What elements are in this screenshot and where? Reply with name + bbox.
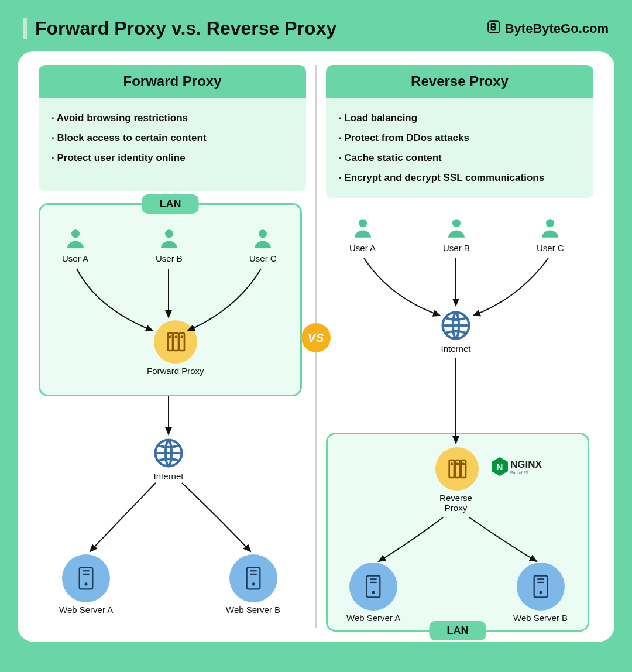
reverse-bullets: · Load balancing · Protect from DDos att… <box>326 98 593 198</box>
brand-icon <box>486 19 502 38</box>
bullet: · Block access to certain content <box>51 128 293 148</box>
server-icon <box>62 554 110 602</box>
svg-point-27 <box>456 464 458 465</box>
proxy-icon <box>435 447 479 491</box>
brand: ByteByteGo.com <box>486 19 609 38</box>
svg-point-7 <box>170 337 171 338</box>
reverse-diagram: User A User B User C Internet LAN <box>326 210 593 628</box>
brand-text: ByteByteGo.com <box>505 21 609 36</box>
bullet: · Load balancing <box>339 108 581 128</box>
proxy-icon <box>154 320 197 364</box>
header: Forward Proxy v.s. Reverse Proxy ByteByt… <box>18 18 614 39</box>
user-icon <box>63 227 88 251</box>
svg-point-18 <box>252 584 254 585</box>
lan-label: LAN <box>430 621 486 640</box>
user-icon <box>538 216 562 241</box>
reverse-proxy-node: Reverse Proxy <box>434 447 479 513</box>
user-b: User B <box>156 227 183 263</box>
bullet: · Avoid browsing restrictions <box>51 108 293 128</box>
bullet: · Cache static content <box>339 148 581 168</box>
nginx-sub: Part of F5 <box>510 471 542 475</box>
internet-node: Internet <box>440 310 472 354</box>
bullet: · Protect user identity online <box>51 148 293 168</box>
nginx-text: NGINX <box>510 459 542 470</box>
bullet: · Encrypt and decrypt SSL communications <box>339 168 581 188</box>
svg-point-3 <box>259 229 267 238</box>
svg-point-9 <box>181 337 183 338</box>
user-b: User B <box>443 216 470 253</box>
page-title: Forward Proxy v.s. Reverse Proxy <box>23 18 336 39</box>
server-b: Web Server B <box>513 563 568 623</box>
reverse-heading: Reverse Proxy <box>326 65 593 98</box>
user-icon <box>444 216 469 241</box>
forward-proxy-node: Forward Proxy <box>147 320 204 376</box>
svg-point-19 <box>359 219 367 227</box>
nginx-hex-icon: N <box>492 457 508 476</box>
globe-icon <box>440 310 472 341</box>
user-c: User C <box>249 227 277 263</box>
internet-node: Internet <box>153 437 184 481</box>
forward-heading: Forward Proxy <box>39 65 306 98</box>
svg-point-26 <box>451 464 452 465</box>
forward-bullets: · Avoid browsing restrictions · Block ac… <box>39 98 306 191</box>
nginx-logo: N NGINX Part of F5 <box>492 457 542 476</box>
reverse-column: Reverse Proxy · Load balancing · Protect… <box>319 65 600 628</box>
user-icon <box>250 227 275 251</box>
svg-point-20 <box>452 219 461 227</box>
server-a: Web Server A <box>346 563 400 623</box>
svg-point-32 <box>373 592 375 594</box>
svg-point-1 <box>71 229 80 238</box>
bullet: · Protect from DDos attacks <box>339 128 581 148</box>
forward-diagram: LAN User A User B User C Forward Proxy <box>39 203 306 628</box>
user-icon <box>351 216 375 241</box>
server-a: Web Server A <box>59 554 113 615</box>
server-icon <box>517 563 565 611</box>
user-a: User A <box>349 216 376 253</box>
svg-point-14 <box>85 584 87 585</box>
svg-point-2 <box>165 229 173 238</box>
server-b: Web Server B <box>226 554 280 615</box>
user-c: User C <box>537 216 564 253</box>
svg-point-8 <box>176 337 177 338</box>
svg-point-28 <box>462 464 463 465</box>
svg-point-21 <box>546 219 554 227</box>
lan-label: LAN <box>142 194 199 214</box>
forward-column: Forward Proxy · Avoid browsing restricti… <box>32 65 313 628</box>
comparison-card: Forward Proxy · Avoid browsing restricti… <box>18 51 614 642</box>
svg-point-36 <box>540 592 541 594</box>
user-a: User A <box>62 227 88 263</box>
server-icon <box>349 563 397 611</box>
server-icon <box>229 554 277 602</box>
user-icon <box>157 227 181 251</box>
globe-icon <box>153 437 184 469</box>
